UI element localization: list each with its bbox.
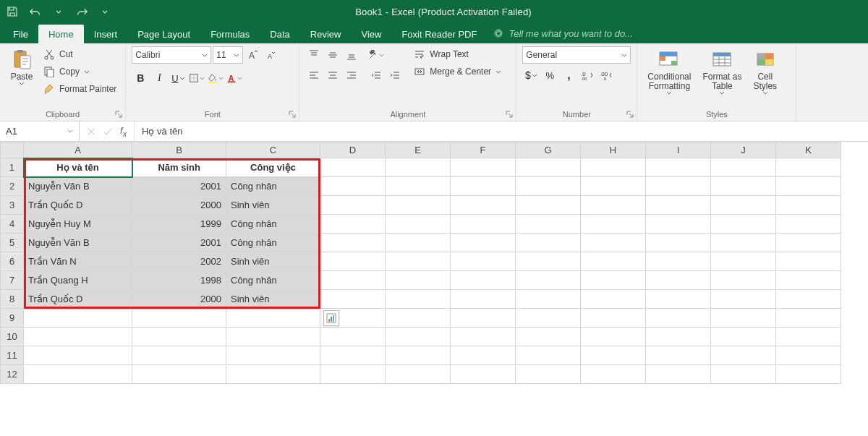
border-button[interactable] <box>188 69 205 87</box>
fill-color-button[interactable] <box>207 69 224 87</box>
cell-K7[interactable] <box>776 271 841 290</box>
cell-F10[interactable] <box>451 328 516 346</box>
cell-B10[interactable] <box>132 328 226 346</box>
row-header-3[interactable]: 3 <box>1 196 24 215</box>
cell-E8[interactable] <box>386 290 451 309</box>
accounting-format-icon[interactable]: $ <box>522 67 540 84</box>
cell-K8[interactable] <box>776 290 841 309</box>
cell-F11[interactable] <box>451 346 516 365</box>
cell-C12[interactable] <box>226 365 320 384</box>
cell-I3[interactable] <box>646 196 711 215</box>
cell-H12[interactable] <box>581 365 646 384</box>
cell-F3[interactable] <box>451 196 516 215</box>
cell-B7[interactable]: 1998 <box>132 271 226 290</box>
col-header-E[interactable]: E <box>386 142 451 158</box>
paste-button[interactable]: Paste <box>6 46 38 87</box>
save-icon[interactable] <box>6 5 19 18</box>
cell-H6[interactable] <box>581 252 646 271</box>
bold-button[interactable]: B <box>132 69 149 87</box>
cell-D10[interactable] <box>320 328 386 346</box>
cell-A11[interactable] <box>24 346 132 365</box>
cell-I10[interactable] <box>646 328 711 346</box>
cell-K6[interactable] <box>776 252 841 271</box>
cell-B8[interactable]: 2000 <box>132 290 226 309</box>
cell-E10[interactable] <box>386 328 451 346</box>
col-header-C[interactable]: C <box>226 142 320 158</box>
col-header-K[interactable]: K <box>776 142 841 158</box>
cell-E3[interactable] <box>386 196 451 215</box>
cell-F2[interactable] <box>451 177 516 196</box>
cell-D2[interactable] <box>320 177 386 196</box>
cell-A12[interactable] <box>24 365 132 384</box>
cell-B2[interactable]: 2001 <box>132 177 226 196</box>
decrease-font-icon[interactable]: A <box>263 46 281 64</box>
cell-J11[interactable] <box>711 346 776 365</box>
cell-G8[interactable] <box>516 290 581 309</box>
cell-I9[interactable] <box>646 309 711 328</box>
col-header-H[interactable]: H <box>581 142 646 158</box>
align-center-icon[interactable] <box>324 67 341 84</box>
cell-D8[interactable] <box>320 290 386 309</box>
cell-A4[interactable]: Nguyễn Huy M <box>24 215 132 234</box>
cell-I8[interactable] <box>646 290 711 309</box>
cell-D11[interactable] <box>320 346 386 365</box>
cell-J2[interactable] <box>711 177 776 196</box>
cell-D3[interactable] <box>320 196 386 215</box>
cell-J12[interactable] <box>711 365 776 384</box>
cell-D6[interactable] <box>320 252 386 271</box>
decrease-decimal-icon[interactable]: .00.0 <box>597 67 615 84</box>
font-size-combo[interactable]: 11 <box>213 46 243 64</box>
cell-I7[interactable] <box>646 271 711 290</box>
cell-E5[interactable] <box>386 234 451 252</box>
spreadsheet-grid[interactable]: ABCDEFGHIJK1Họ và tênNăm sinhCông việc2N… <box>0 142 868 436</box>
row-header-11[interactable]: 11 <box>1 346 24 365</box>
cell-D12[interactable] <box>320 365 386 384</box>
select-all-corner[interactable] <box>1 142 24 158</box>
merge-center-button[interactable]: Merge & Center <box>411 64 504 80</box>
cell-G9[interactable] <box>516 309 581 328</box>
cell-J8[interactable] <box>711 290 776 309</box>
cell-B4[interactable]: 1999 <box>132 215 226 234</box>
comma-format-icon[interactable]: , <box>560 67 577 84</box>
cell-E7[interactable] <box>386 271 451 290</box>
col-header-A[interactable]: A <box>24 142 132 158</box>
cell-A6[interactable]: Trần Văn N <box>24 252 132 271</box>
cell-A5[interactable]: Nguyễn Văn B <box>24 234 132 252</box>
align-left-icon[interactable] <box>305 67 323 84</box>
cell-C4[interactable]: Công nhân <box>226 215 320 234</box>
cell-A10[interactable] <box>24 328 132 346</box>
cell-B6[interactable]: 2002 <box>132 252 226 271</box>
cell-A1[interactable]: Họ và tên <box>24 158 132 177</box>
cell-K3[interactable] <box>776 196 841 215</box>
cell-A2[interactable]: Nguyễn Văn B <box>24 177 132 196</box>
tab-file[interactable]: File <box>3 25 38 43</box>
cell-C5[interactable]: Công nhân <box>226 234 320 252</box>
row-header-10[interactable]: 10 <box>1 328 24 346</box>
cell-I1[interactable] <box>646 158 711 177</box>
row-header-12[interactable]: 12 <box>1 365 24 384</box>
italic-button[interactable]: I <box>150 69 168 87</box>
cell-F9[interactable] <box>451 309 516 328</box>
increase-decimal-icon[interactable]: .0.00 <box>579 67 596 84</box>
col-header-F[interactable]: F <box>451 142 516 158</box>
cell-J9[interactable] <box>711 309 776 328</box>
cell-H10[interactable] <box>581 328 646 346</box>
col-header-B[interactable]: B <box>132 142 226 158</box>
cell-H8[interactable] <box>581 290 646 309</box>
cell-G10[interactable] <box>516 328 581 346</box>
cell-A9[interactable] <box>24 309 132 328</box>
cell-K12[interactable] <box>776 365 841 384</box>
cell-F4[interactable] <box>451 215 516 234</box>
col-header-J[interactable]: J <box>711 142 776 158</box>
row-header-6[interactable]: 6 <box>1 252 24 271</box>
cell-styles-button[interactable]: Cell Styles <box>749 46 781 96</box>
tab-foxit[interactable]: Foxit Reader PDF <box>391 25 487 43</box>
cell-D5[interactable] <box>320 234 386 252</box>
cell-H3[interactable] <box>581 196 646 215</box>
copy-button[interactable]: Copy <box>41 64 119 80</box>
cell-G2[interactable] <box>516 177 581 196</box>
cell-E1[interactable] <box>386 158 451 177</box>
cell-C8[interactable]: Sinh viên <box>226 290 320 309</box>
tab-view[interactable]: View <box>351 25 391 43</box>
cell-H9[interactable] <box>581 309 646 328</box>
